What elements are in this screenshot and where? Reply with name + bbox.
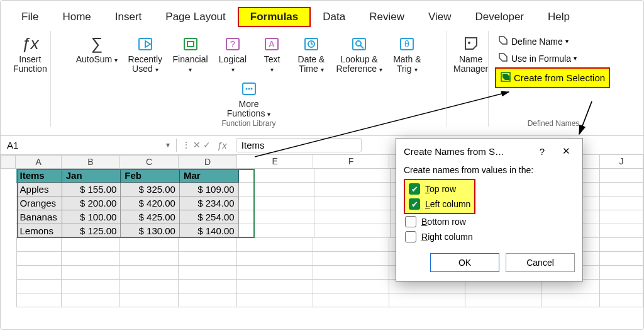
- cell[interactable]: [62, 280, 120, 293]
- cell[interactable]: $ 325.00: [121, 183, 180, 196]
- cell[interactable]: [314, 210, 391, 224]
- lookup-reference-button[interactable]: Lookup & Reference ▾: [332, 31, 386, 76]
- cell[interactable]: [237, 266, 313, 280]
- bottom-row-checkbox[interactable]: [405, 216, 416, 227]
- cell[interactable]: [465, 293, 541, 307]
- cell[interactable]: [600, 169, 643, 183]
- name-manager-button[interactable]: Name Manager: [450, 31, 492, 76]
- col-header[interactable]: J: [600, 155, 643, 169]
- cell[interactable]: [16, 266, 62, 280]
- chevron-down-icon[interactable]: ▾: [166, 140, 170, 149]
- logical-button[interactable]: ? Logical▾: [214, 31, 251, 76]
- cell[interactable]: [314, 169, 391, 183]
- cell[interactable]: Mar: [180, 169, 239, 183]
- tab-page-layout[interactable]: Page Layout: [153, 8, 237, 26]
- cell[interactable]: [179, 280, 237, 293]
- name-box[interactable]: A1 ▾: [1, 139, 177, 152]
- left-column-checkbox[interactable]: ✔: [409, 198, 420, 210]
- cell[interactable]: Items: [16, 169, 62, 183]
- cell[interactable]: [16, 280, 62, 293]
- cell[interactable]: [179, 238, 237, 252]
- cell[interactable]: [239, 169, 315, 183]
- text-button[interactable]: A Text▾: [253, 31, 290, 76]
- cell[interactable]: [600, 238, 643, 252]
- cell[interactable]: [313, 266, 389, 280]
- insert-function-button[interactable]: ƒx Insert Function: [9, 31, 51, 76]
- col-header[interactable]: C: [120, 155, 179, 169]
- col-header[interactable]: F: [313, 155, 389, 169]
- cell[interactable]: $ 100.00: [62, 210, 121, 224]
- cell[interactable]: $ 140.00: [180, 224, 239, 238]
- tab-formulas[interactable]: Formulas: [238, 7, 311, 27]
- cell[interactable]: Feb: [121, 169, 180, 183]
- formula-menu-icon[interactable]: ⋮: [182, 140, 191, 150]
- cell[interactable]: [237, 238, 313, 252]
- cell[interactable]: [239, 183, 315, 196]
- cell[interactable]: [600, 280, 643, 293]
- cell[interactable]: [600, 224, 643, 238]
- cell[interactable]: [313, 280, 389, 293]
- cell[interactable]: [62, 266, 120, 280]
- cell[interactable]: [600, 196, 643, 210]
- tab-developer[interactable]: Developer: [464, 8, 536, 26]
- cell[interactable]: [237, 252, 313, 266]
- cell[interactable]: [16, 238, 62, 252]
- cell[interactable]: [314, 183, 391, 196]
- tab-help[interactable]: Help: [536, 8, 582, 26]
- recently-used-button[interactable]: Recently Used ▾: [125, 31, 166, 76]
- cell[interactable]: Oranges: [16, 196, 62, 210]
- cell[interactable]: $ 420.00: [121, 196, 180, 210]
- cell[interactable]: [62, 238, 120, 252]
- confirm-formula-icon[interactable]: ✓: [203, 140, 211, 150]
- select-all-corner[interactable]: [1, 155, 16, 169]
- col-header[interactable]: E: [237, 155, 313, 169]
- tab-data[interactable]: Data: [311, 8, 357, 26]
- autosum-button[interactable]: ∑ AutoSum ▾: [72, 31, 121, 65]
- cell[interactable]: [179, 293, 237, 307]
- cell[interactable]: [239, 196, 315, 210]
- cell[interactable]: [62, 293, 120, 307]
- cell[interactable]: [120, 238, 179, 252]
- dialog-close-button[interactable]: ✕: [555, 144, 577, 159]
- cell[interactable]: Bananas: [16, 210, 62, 224]
- cell[interactable]: [313, 238, 389, 252]
- cell[interactable]: [120, 280, 179, 293]
- cell[interactable]: $ 109.00: [180, 183, 239, 196]
- cell[interactable]: [239, 224, 315, 238]
- more-functions-button[interactable]: More Functions ▾: [223, 76, 275, 120]
- cell[interactable]: $ 130.00: [121, 224, 180, 238]
- cell[interactable]: [120, 266, 179, 280]
- cell[interactable]: $ 155.00: [62, 183, 121, 196]
- cell[interactable]: [313, 293, 389, 307]
- cell[interactable]: [120, 293, 179, 307]
- col-header[interactable]: B: [62, 155, 120, 169]
- top-row-checkbox[interactable]: ✔: [409, 183, 420, 195]
- cell[interactable]: Lemons: [16, 224, 62, 238]
- cell[interactable]: [313, 252, 389, 266]
- cell[interactable]: [314, 224, 391, 238]
- formula-bar-input[interactable]: Items: [236, 138, 362, 152]
- col-header[interactable]: D: [179, 155, 237, 169]
- dialog-ok-button[interactable]: OK: [430, 253, 499, 272]
- define-name-button[interactable]: Define Name ▾: [495, 33, 571, 49]
- cell[interactable]: [389, 293, 465, 307]
- dialog-cancel-button[interactable]: Cancel: [506, 253, 575, 272]
- cell[interactable]: [237, 293, 313, 307]
- cell[interactable]: $ 125.00: [62, 224, 121, 238]
- tab-review[interactable]: Review: [357, 8, 416, 26]
- cell[interactable]: [600, 293, 643, 307]
- cell[interactable]: [314, 196, 391, 210]
- cell[interactable]: Apples: [16, 183, 62, 196]
- cell[interactable]: [600, 183, 643, 196]
- cell[interactable]: $ 425.00: [121, 210, 180, 224]
- cell[interactable]: [16, 252, 62, 266]
- tab-view[interactable]: View: [416, 8, 464, 26]
- fx-icon[interactable]: ƒx: [217, 140, 227, 151]
- create-from-selection-button[interactable]: Create from Selection: [495, 67, 610, 88]
- cell[interactable]: [179, 252, 237, 266]
- cell[interactable]: [62, 252, 120, 266]
- cell[interactable]: $ 200.00: [62, 196, 121, 210]
- tab-file[interactable]: File: [9, 8, 50, 26]
- cell[interactable]: Jan: [62, 169, 121, 183]
- cell[interactable]: [239, 210, 315, 224]
